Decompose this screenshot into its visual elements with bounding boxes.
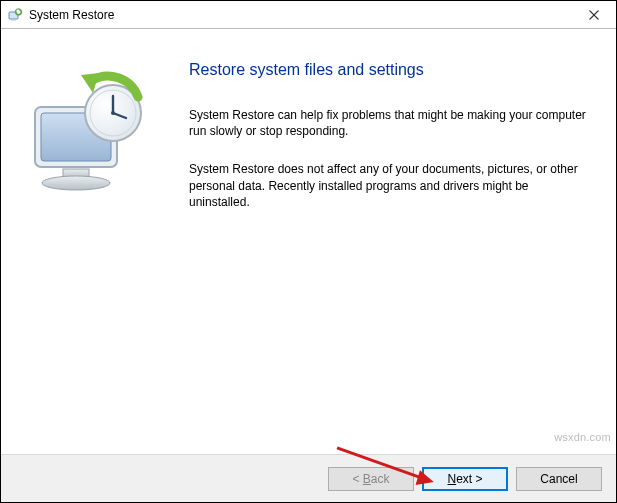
next-button[interactable]: Next > [422, 467, 508, 491]
system-restore-window: System Restore [0, 0, 617, 503]
main-panel: Restore system files and settings System… [179, 29, 616, 454]
watermark-text: wsxdn.com [554, 431, 611, 443]
page-heading: Restore system files and settings [189, 61, 588, 79]
svg-point-9 [42, 176, 110, 190]
close-icon [589, 10, 599, 20]
intro-paragraph-1: System Restore can help fix problems tha… [189, 107, 588, 139]
back-button: < Back [328, 467, 414, 491]
wizard-button-bar: < Back Next > Cancel [1, 454, 616, 502]
system-restore-icon [7, 7, 23, 23]
cancel-button[interactable]: Cancel [516, 467, 602, 491]
svg-rect-1 [11, 19, 16, 21]
svg-point-14 [111, 111, 115, 115]
titlebar[interactable]: System Restore [1, 1, 616, 29]
content-area: Restore system files and settings System… [1, 29, 616, 454]
close-button[interactable] [572, 1, 616, 29]
sidebar-illustration-area [1, 29, 179, 454]
intro-paragraph-2: System Restore does not affect any of yo… [189, 161, 588, 210]
system-restore-illustration-icon [21, 69, 161, 209]
window-title: System Restore [29, 8, 114, 22]
